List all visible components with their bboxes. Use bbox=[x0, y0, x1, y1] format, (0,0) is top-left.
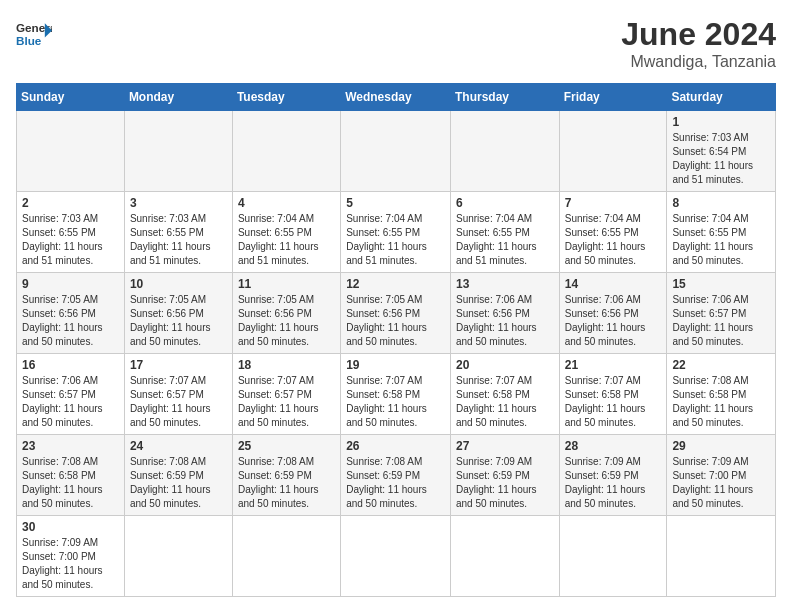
day-number: 17 bbox=[130, 358, 227, 372]
day-info: Sunrise: 7:04 AM Sunset: 6:55 PM Dayligh… bbox=[672, 212, 770, 268]
day-number: 16 bbox=[22, 358, 119, 372]
calendar-week-row: 2Sunrise: 7:03 AM Sunset: 6:55 PM Daylig… bbox=[17, 192, 776, 273]
day-number: 24 bbox=[130, 439, 227, 453]
day-info: Sunrise: 7:04 AM Sunset: 6:55 PM Dayligh… bbox=[238, 212, 335, 268]
calendar-day-cell: 22Sunrise: 7:08 AM Sunset: 6:58 PM Dayli… bbox=[667, 354, 776, 435]
day-number: 22 bbox=[672, 358, 770, 372]
day-number: 1 bbox=[672, 115, 770, 129]
calendar-day-cell: 1Sunrise: 7:03 AM Sunset: 6:54 PM Daylig… bbox=[667, 111, 776, 192]
weekday-header-cell: Saturday bbox=[667, 84, 776, 111]
calendar-week-row: 1Sunrise: 7:03 AM Sunset: 6:54 PM Daylig… bbox=[17, 111, 776, 192]
day-number: 13 bbox=[456, 277, 554, 291]
day-info: Sunrise: 7:06 AM Sunset: 6:56 PM Dayligh… bbox=[456, 293, 554, 349]
day-info: Sunrise: 7:03 AM Sunset: 6:54 PM Dayligh… bbox=[672, 131, 770, 187]
calendar-day-cell: 30Sunrise: 7:09 AM Sunset: 7:00 PM Dayli… bbox=[17, 516, 125, 597]
calendar-day-cell: 15Sunrise: 7:06 AM Sunset: 6:57 PM Dayli… bbox=[667, 273, 776, 354]
day-info: Sunrise: 7:05 AM Sunset: 6:56 PM Dayligh… bbox=[238, 293, 335, 349]
day-number: 21 bbox=[565, 358, 662, 372]
day-info: Sunrise: 7:07 AM Sunset: 6:58 PM Dayligh… bbox=[456, 374, 554, 430]
day-info: Sunrise: 7:08 AM Sunset: 6:58 PM Dayligh… bbox=[22, 455, 119, 511]
calendar-day-cell: 14Sunrise: 7:06 AM Sunset: 6:56 PM Dayli… bbox=[559, 273, 667, 354]
calendar-day-cell: 7Sunrise: 7:04 AM Sunset: 6:55 PM Daylig… bbox=[559, 192, 667, 273]
calendar-day-cell bbox=[559, 516, 667, 597]
day-number: 12 bbox=[346, 277, 445, 291]
day-number: 6 bbox=[456, 196, 554, 210]
calendar-day-cell bbox=[124, 111, 232, 192]
calendar-week-row: 9Sunrise: 7:05 AM Sunset: 6:56 PM Daylig… bbox=[17, 273, 776, 354]
calendar-day-cell bbox=[232, 111, 340, 192]
day-info: Sunrise: 7:04 AM Sunset: 6:55 PM Dayligh… bbox=[456, 212, 554, 268]
calendar-day-cell: 11Sunrise: 7:05 AM Sunset: 6:56 PM Dayli… bbox=[232, 273, 340, 354]
calendar-day-cell: 9Sunrise: 7:05 AM Sunset: 6:56 PM Daylig… bbox=[17, 273, 125, 354]
calendar-day-cell: 21Sunrise: 7:07 AM Sunset: 6:58 PM Dayli… bbox=[559, 354, 667, 435]
day-info: Sunrise: 7:04 AM Sunset: 6:55 PM Dayligh… bbox=[565, 212, 662, 268]
calendar-day-cell: 24Sunrise: 7:08 AM Sunset: 6:59 PM Dayli… bbox=[124, 435, 232, 516]
day-info: Sunrise: 7:04 AM Sunset: 6:55 PM Dayligh… bbox=[346, 212, 445, 268]
logo: General Blue bbox=[16, 16, 52, 52]
day-info: Sunrise: 7:07 AM Sunset: 6:58 PM Dayligh… bbox=[565, 374, 662, 430]
day-number: 18 bbox=[238, 358, 335, 372]
calendar-day-cell: 25Sunrise: 7:08 AM Sunset: 6:59 PM Dayli… bbox=[232, 435, 340, 516]
calendar-day-cell bbox=[450, 516, 559, 597]
location-title: Mwandiga, Tanzania bbox=[621, 53, 776, 71]
weekday-header-cell: Thursday bbox=[450, 84, 559, 111]
day-info: Sunrise: 7:06 AM Sunset: 6:57 PM Dayligh… bbox=[22, 374, 119, 430]
day-info: Sunrise: 7:06 AM Sunset: 6:57 PM Dayligh… bbox=[672, 293, 770, 349]
day-number: 9 bbox=[22, 277, 119, 291]
calendar-day-cell bbox=[17, 111, 125, 192]
calendar-day-cell: 8Sunrise: 7:04 AM Sunset: 6:55 PM Daylig… bbox=[667, 192, 776, 273]
calendar-body: 1Sunrise: 7:03 AM Sunset: 6:54 PM Daylig… bbox=[17, 111, 776, 597]
day-number: 8 bbox=[672, 196, 770, 210]
calendar-day-cell: 12Sunrise: 7:05 AM Sunset: 6:56 PM Dayli… bbox=[341, 273, 451, 354]
calendar-week-row: 30Sunrise: 7:09 AM Sunset: 7:00 PM Dayli… bbox=[17, 516, 776, 597]
day-number: 26 bbox=[346, 439, 445, 453]
calendar-day-cell bbox=[341, 111, 451, 192]
calendar-day-cell: 5Sunrise: 7:04 AM Sunset: 6:55 PM Daylig… bbox=[341, 192, 451, 273]
logo-icon: General Blue bbox=[16, 16, 52, 52]
day-number: 23 bbox=[22, 439, 119, 453]
calendar-day-cell: 27Sunrise: 7:09 AM Sunset: 6:59 PM Dayli… bbox=[450, 435, 559, 516]
title-block: June 2024 Mwandiga, Tanzania bbox=[621, 16, 776, 71]
calendar-day-cell: 6Sunrise: 7:04 AM Sunset: 6:55 PM Daylig… bbox=[450, 192, 559, 273]
month-year-title: June 2024 bbox=[621, 16, 776, 53]
calendar-day-cell: 28Sunrise: 7:09 AM Sunset: 6:59 PM Dayli… bbox=[559, 435, 667, 516]
day-number: 7 bbox=[565, 196, 662, 210]
day-number: 15 bbox=[672, 277, 770, 291]
day-number: 30 bbox=[22, 520, 119, 534]
day-info: Sunrise: 7:09 AM Sunset: 7:00 PM Dayligh… bbox=[22, 536, 119, 592]
day-number: 25 bbox=[238, 439, 335, 453]
day-info: Sunrise: 7:09 AM Sunset: 6:59 PM Dayligh… bbox=[456, 455, 554, 511]
svg-text:Blue: Blue bbox=[16, 34, 42, 47]
day-info: Sunrise: 7:07 AM Sunset: 6:57 PM Dayligh… bbox=[238, 374, 335, 430]
calendar-day-cell: 18Sunrise: 7:07 AM Sunset: 6:57 PM Dayli… bbox=[232, 354, 340, 435]
day-number: 4 bbox=[238, 196, 335, 210]
day-number: 11 bbox=[238, 277, 335, 291]
day-info: Sunrise: 7:08 AM Sunset: 6:59 PM Dayligh… bbox=[238, 455, 335, 511]
calendar-week-row: 23Sunrise: 7:08 AM Sunset: 6:58 PM Dayli… bbox=[17, 435, 776, 516]
calendar-day-cell bbox=[667, 516, 776, 597]
calendar-day-cell: 17Sunrise: 7:07 AM Sunset: 6:57 PM Dayli… bbox=[124, 354, 232, 435]
calendar-day-cell bbox=[124, 516, 232, 597]
day-info: Sunrise: 7:05 AM Sunset: 6:56 PM Dayligh… bbox=[130, 293, 227, 349]
day-number: 5 bbox=[346, 196, 445, 210]
day-info: Sunrise: 7:08 AM Sunset: 6:58 PM Dayligh… bbox=[672, 374, 770, 430]
calendar-day-cell bbox=[341, 516, 451, 597]
day-info: Sunrise: 7:05 AM Sunset: 6:56 PM Dayligh… bbox=[22, 293, 119, 349]
day-number: 19 bbox=[346, 358, 445, 372]
day-number: 14 bbox=[565, 277, 662, 291]
calendar-day-cell: 19Sunrise: 7:07 AM Sunset: 6:58 PM Dayli… bbox=[341, 354, 451, 435]
weekday-header-cell: Friday bbox=[559, 84, 667, 111]
day-number: 28 bbox=[565, 439, 662, 453]
day-info: Sunrise: 7:09 AM Sunset: 6:59 PM Dayligh… bbox=[565, 455, 662, 511]
calendar-day-cell: 23Sunrise: 7:08 AM Sunset: 6:58 PM Dayli… bbox=[17, 435, 125, 516]
page-header: General Blue June 2024 Mwandiga, Tanzani… bbox=[16, 16, 776, 71]
weekday-header-cell: Wednesday bbox=[341, 84, 451, 111]
day-info: Sunrise: 7:08 AM Sunset: 6:59 PM Dayligh… bbox=[346, 455, 445, 511]
day-info: Sunrise: 7:07 AM Sunset: 6:58 PM Dayligh… bbox=[346, 374, 445, 430]
day-info: Sunrise: 7:03 AM Sunset: 6:55 PM Dayligh… bbox=[130, 212, 227, 268]
weekday-header-cell: Sunday bbox=[17, 84, 125, 111]
weekday-header-cell: Monday bbox=[124, 84, 232, 111]
calendar-day-cell: 26Sunrise: 7:08 AM Sunset: 6:59 PM Dayli… bbox=[341, 435, 451, 516]
calendar-day-cell: 13Sunrise: 7:06 AM Sunset: 6:56 PM Dayli… bbox=[450, 273, 559, 354]
calendar-day-cell: 29Sunrise: 7:09 AM Sunset: 7:00 PM Dayli… bbox=[667, 435, 776, 516]
